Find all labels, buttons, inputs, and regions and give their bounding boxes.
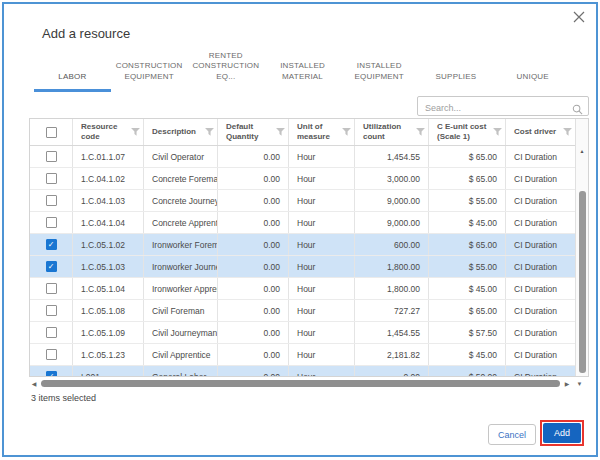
cell-unit-cost: $ 55.00 — [429, 190, 506, 211]
table-row[interactable]: ✓1.C.05.1.03Ironworker Journe...0.00Hour… — [30, 256, 575, 278]
cell-default-quantity: 0.00 — [218, 168, 289, 189]
cell-description: Ironworker Journe... — [144, 256, 218, 277]
row-checkbox-cell — [30, 146, 73, 167]
row-checkbox-cell — [30, 212, 73, 233]
cell-code: 1.C.05.1.04 — [73, 278, 144, 299]
close-button[interactable] — [572, 10, 588, 26]
horizontal-scrollbar-thumb[interactable] — [41, 380, 560, 387]
table-row[interactable]: ✓L001General Labor0.00Hour0.00$ 50.00CI … — [30, 366, 575, 376]
filter-icon[interactable] — [205, 128, 214, 139]
tab-label: INSTALLED MATERIAL — [267, 61, 338, 83]
cell-unit: Hour — [289, 278, 355, 299]
cell-unit-cost: $ 65.00 — [429, 300, 506, 321]
row-checkbox[interactable] — [46, 283, 57, 294]
table-row[interactable]: 1.C.04.1.04Concrete Apprentice0.00Hour9,… — [30, 212, 575, 234]
cell-utilization-count: 727.27 — [355, 300, 429, 321]
row-checkbox[interactable] — [46, 349, 57, 360]
tab-unique[interactable]: UNIQUE — [494, 56, 571, 92]
column-header-label: Resource code — [81, 122, 130, 142]
add-resource-dialog: Add a resource LABORCONSTRUCTION EQUIPME… — [2, 2, 598, 457]
column-header-resource-code[interactable]: Resource code — [73, 119, 144, 145]
table-body: 1.C.01.1.07Civil Operator0.00Hour1,454.5… — [30, 146, 575, 376]
cell-unit: Hour — [289, 300, 355, 321]
cancel-button[interactable]: Cancel — [488, 424, 536, 445]
row-checkbox[interactable]: ✓ — [46, 371, 57, 376]
row-checkbox[interactable]: ✓ — [46, 261, 57, 272]
table-row[interactable]: 1.C.05.1.23Civil Apprentice0.00Hour2,181… — [30, 344, 575, 366]
filter-icon[interactable] — [563, 128, 572, 139]
cell-default-quantity: 0.00 — [218, 344, 289, 365]
search-input[interactable] — [418, 99, 569, 117]
cell-unit: Hour — [289, 344, 355, 365]
cell-cost-driver: CI Duration — [506, 322, 575, 343]
column-header-label: Cost driver — [514, 127, 556, 137]
selection-status: 3 items selected — [31, 393, 96, 403]
cell-utilization-count: 600.00 — [355, 234, 429, 255]
add-button[interactable]: Add — [543, 423, 581, 443]
horizontal-scrollbar[interactable]: ◀ ▶ ▼ — [29, 378, 587, 389]
cell-unit-cost: $ 50.00 — [429, 366, 506, 376]
tab-rented-construction-eq[interactable]: RENTED CONSTRUCTION EQ... — [187, 56, 264, 92]
column-header-label: Description — [152, 127, 196, 137]
filter-icon[interactable] — [342, 128, 351, 139]
column-header-utilization-count[interactable]: Utilization count — [355, 119, 429, 145]
cell-unit-cost: $ 45.00 — [429, 344, 506, 365]
table-row[interactable]: 1.C.04.1.02Concrete Foreman0.00Hour3,000… — [30, 168, 575, 190]
table-row[interactable]: 1.C.05.1.04Ironworker Appren...0.00Hour1… — [30, 278, 575, 300]
cell-description: Civil Journeyman — [144, 322, 218, 343]
tab-label: UNIQUE — [517, 72, 549, 83]
scroll-down-icon[interactable]: ▼ — [572, 381, 587, 387]
cell-code: L001 — [73, 366, 144, 376]
row-checkbox[interactable] — [46, 151, 57, 162]
filter-icon[interactable] — [416, 128, 425, 139]
cell-utilization-count: 1,454.55 — [355, 146, 429, 167]
table-row[interactable]: 1.C.01.1.07Civil Operator0.00Hour1,454.5… — [30, 146, 575, 168]
row-checkbox[interactable] — [46, 327, 57, 338]
filter-icon[interactable] — [276, 128, 285, 139]
table-header-row: Resource codeDescriptionDefault Quantity… — [30, 119, 575, 146]
table-row[interactable]: 1.C.04.1.03Concrete Journey...0.00Hour9,… — [30, 190, 575, 212]
select-all-checkbox[interactable] — [46, 127, 57, 138]
cell-cost-driver: CI Duration — [506, 344, 575, 365]
tab-installed-equipment[interactable]: INSTALLED EQUIPMENT — [341, 56, 418, 92]
tab-label: LABOR — [58, 72, 86, 83]
table-row[interactable]: 1.C.05.1.08Civil Foreman0.00Hour727.27$ … — [30, 300, 575, 322]
scroll-right-icon[interactable]: ▶ — [562, 380, 572, 387]
row-checkbox-cell — [30, 168, 73, 189]
column-header-description[interactable]: Description — [144, 119, 218, 145]
column-header-c-e-unit-cost-scale-1[interactable]: C E-unit cost (Scale 1) — [429, 119, 506, 145]
vertical-scrollbar-thumb[interactable] — [579, 191, 586, 373]
tab-supplies[interactable]: SUPPLIES — [418, 56, 495, 92]
column-header-cost-driver[interactable]: Cost driver — [506, 119, 575, 145]
resource-table-grid: Resource codeDescriptionDefault Quantity… — [30, 119, 575, 376]
scroll-up-icon[interactable]: ▲ — [576, 148, 588, 154]
tab-labor[interactable]: LABOR — [34, 56, 111, 92]
cell-utilization-count: 3,000.00 — [355, 168, 429, 189]
row-checkbox-cell — [30, 190, 73, 211]
cell-default-quantity: 0.00 — [218, 366, 289, 376]
column-header-unit-of-measure[interactable]: Unit of measure — [289, 119, 355, 145]
select-all-cell — [30, 119, 73, 145]
row-checkbox[interactable] — [46, 217, 57, 228]
row-checkbox[interactable] — [46, 195, 57, 206]
scroll-left-icon[interactable]: ◀ — [29, 380, 39, 387]
column-header-label: C E-unit cost (Scale 1) — [437, 122, 492, 142]
row-checkbox[interactable] — [46, 173, 57, 184]
tab-construction-equipment[interactable]: CONSTRUCTION EQUIPMENT — [111, 56, 188, 92]
tab-installed-material[interactable]: INSTALLED MATERIAL — [264, 56, 341, 92]
table-row[interactable]: ✓1.C.05.1.02Ironworker Foreman0.00Hour60… — [30, 234, 575, 256]
table-row[interactable]: 1.C.05.1.09Civil Journeyman0.00Hour1,454… — [30, 322, 575, 344]
cell-cost-driver: CI Duration — [506, 190, 575, 211]
column-header-label: Default Quantity — [226, 122, 275, 142]
row-checkbox-cell — [30, 322, 73, 343]
filter-icon[interactable] — [493, 128, 502, 139]
vertical-scrollbar[interactable]: ▲ — [575, 119, 588, 376]
row-checkbox-cell — [30, 300, 73, 321]
cell-default-quantity: 0.00 — [218, 190, 289, 211]
filter-icon[interactable] — [131, 128, 140, 139]
cell-description: Concrete Foreman — [144, 168, 218, 189]
cell-utilization-count: 9,000.00 — [355, 212, 429, 233]
column-header-default-quantity[interactable]: Default Quantity — [218, 119, 289, 145]
row-checkbox[interactable] — [46, 305, 57, 316]
row-checkbox[interactable]: ✓ — [46, 239, 57, 250]
